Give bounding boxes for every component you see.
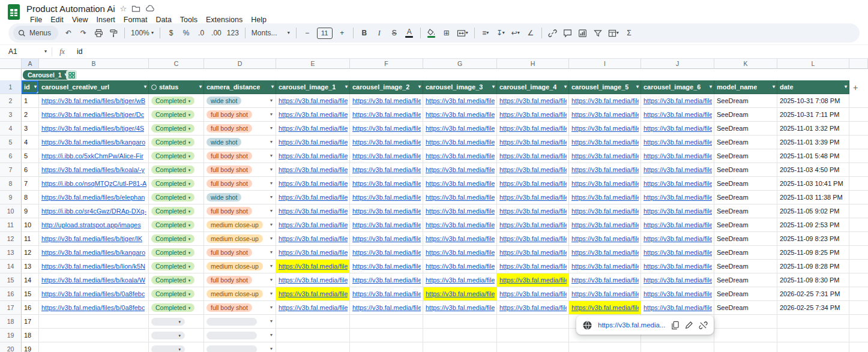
cell-link[interactable]: https://v3b.fal.media/file [499,152,567,160]
copy-icon[interactable] [671,321,680,330]
row-header-14[interactable]: 14 [0,260,22,273]
cell-status[interactable]: Completed▾ [149,149,204,163]
cell-carousel-image-1[interactable]: https://v3b.fal.media/file [276,260,350,273]
functions-button[interactable]: Σ [622,26,636,40]
cell-carousel-image-2[interactable]: https://v3b.fal.media/file [350,191,423,204]
camera-distance-chip[interactable]: wide shot [206,193,241,202]
row-header-19[interactable]: 19 [0,329,22,342]
camera-distance-chip[interactable]: full body shot [206,166,252,175]
menu-format[interactable]: Format [120,15,151,25]
remove-link-icon[interactable] [699,321,708,330]
cell-link[interactable]: https://v3b.fal.media/file [426,235,495,242]
cell-model-name[interactable]: SeeDream [714,108,777,122]
cell-link[interactable]: https://v3b.fal.media/file [499,97,567,104]
cell-id[interactable]: 2 [22,108,39,122]
font-size-increase-button[interactable]: + [335,26,349,40]
cell-date[interactable]: 2025-11-03 10:41 PM [777,177,849,191]
cell-link[interactable]: https://v3b.fal.media/file [643,166,712,173]
cell-link[interactable]: https://v3b.fal.media/file [279,166,348,173]
cell-status[interactable]: Completed▾ [149,246,204,260]
italic-button[interactable]: I [372,26,387,40]
cell-carousel-image-4[interactable] [497,342,569,352]
cell-link[interactable]: https://v3b.fal.media/file [499,221,567,228]
cell-id[interactable]: 16 [22,301,39,315]
print-button[interactable] [91,26,106,40]
cell-carousel-image-6[interactable]: https://v3b.fal.media/file [641,301,714,315]
row-header-1[interactable]: 1 [0,80,22,94]
cell-status[interactable]: Completed▾ [149,108,204,122]
row-header-9[interactable]: 9 [0,191,22,204]
cell-link[interactable]: https://v3b.fal.media/file [352,97,421,104]
cell-date[interactable]: 2025-11-05 9:02 PM [777,204,849,218]
cell-id[interactable]: 19 [22,342,39,352]
cell-camera-distance[interactable]: wide shot▾ [204,94,276,108]
cell-link[interactable]: https://v3b.fal.media/file [352,263,421,270]
font-size-input[interactable]: 11 [317,28,333,39]
cell-camera-distance[interactable]: medium close-up▾ [204,218,276,232]
cell-link[interactable]: https://v3b.fal.media/file [499,263,567,270]
sheets-logo-icon[interactable] [6,2,22,22]
cell-model-name[interactable]: SeeDream [714,287,777,301]
status-chip[interactable]: Completed▾ [151,152,194,161]
row-header-13[interactable]: 13 [0,246,22,260]
cell-status[interactable]: Completed▾ [149,204,204,218]
cell-carousel-image-1[interactable]: https://v3b.fal.media/file [276,177,350,191]
cell-camera-distance[interactable]: full body shot▾ [204,163,276,177]
row-header-6[interactable]: 6 [0,149,22,163]
zoom-select[interactable]: 100% ▾ [128,26,156,40]
cell-carousel-image-2[interactable]: https://v3b.fal.media/file [350,94,423,108]
cell-carousel-image-4[interactable] [497,315,569,329]
camera-distance-chip-empty[interactable] [206,332,257,339]
cell-carousel-image-2[interactable]: https://v3b.fal.media/file [350,122,423,136]
add-column-button[interactable]: + [849,80,868,94]
cell-link[interactable]: https://v3b.fal.media/file [499,249,567,256]
cell-id[interactable]: 12 [22,246,39,260]
menu-tools[interactable]: Tools [176,15,201,25]
cell-camera-distance[interactable]: medium close-up▾ [204,260,276,273]
cell-link[interactable]: https://v3b.fal.media/file [571,125,639,132]
status-chip-empty[interactable]: ▾ [151,318,185,326]
cell-link[interactable]: https://v3b.fal.media/file [426,207,495,215]
cell-status[interactable]: Completed▾ [149,218,204,232]
cell-carousel-image-5[interactable]: https://v3b.fal.media/file [569,149,641,163]
cell-link[interactable]: https://v3b.fal.media/file [499,304,567,311]
cell-carousel-image-6[interactable]: https://v3b.fal.media/file [641,246,714,260]
table-grid-button[interactable] [66,70,77,80]
cell-carousel-image-1[interactable] [276,329,350,342]
cell-link[interactable]: https://v3b.fal.media/file [279,180,348,187]
cell-carousel-image-2[interactable]: https://v3b.fal.media/file [350,287,423,301]
cell-carousel-image-6[interactable]: https://v3b.fal.media/file [641,122,714,136]
cell-model-name[interactable]: SeeDream [714,246,777,260]
cell-carousel-image-2[interactable]: https://v3b.fal.media/file [350,301,423,315]
cell-link[interactable]: https://v3b.fal.media/file [279,97,348,104]
cell-date[interactable]: 2025-11-03 4:50 PM [777,163,849,177]
cell-date[interactable]: 2025-11-09 8:28 PM [777,260,849,273]
cell-carousel-creative-url[interactable] [39,342,149,352]
cell-link[interactable]: https://v3b.fal.media/file [352,180,421,187]
cell-carousel-image-6[interactable]: https://v3b.fal.media/file [641,260,714,273]
cell-id[interactable]: 14 [22,273,39,287]
cell-carousel-image-1[interactable]: https://v3b.fal.media/file [276,191,350,204]
cell-camera-distance[interactable]: ▾ [204,315,276,329]
cell-link[interactable]: https://v3b.fal.media/file [279,276,348,284]
format-percent-button[interactable]: % [179,26,193,40]
cell-link[interactable]: https://v3b.fal.media/file [426,139,495,146]
cell-link[interactable]: https://v3b.fal.media/file [426,276,495,284]
cell-model-name[interactable]: SeeDream [714,149,777,163]
cell-carousel-image-6[interactable]: https://v3b.fal.media/file [641,191,714,204]
camera-distance-chip[interactable]: full body shot [206,276,252,285]
cell-camera-distance[interactable]: full body shot▾ [204,122,276,136]
cell-link[interactable]: https://v3b.fal.media/file [499,290,567,297]
cell-carousel-image-3[interactable]: https://v3b.fal.media/file [423,218,497,232]
cell-link[interactable]: https://v3b.fal.media/files/b/kangaro [41,139,145,146]
cell-link[interactable]: https://v3b.fal.media/file [279,249,348,256]
cell-carousel-image-3[interactable]: https://v3b.fal.media/file [423,136,497,149]
cell-link[interactable]: https://v3b.fal.media/file [426,263,495,270]
menu-view[interactable]: View [68,15,92,25]
cell-carousel-image-5[interactable]: https://v3b.fal.media/file [569,260,641,273]
cell-link[interactable]: https://v3b.fal.media/file [571,97,639,104]
cell-link[interactable]: https://v3b.fal.media/file [279,235,348,242]
merge-cells-button[interactable]: ▾ [454,26,471,40]
cell-carousel-image-1[interactable]: https://v3b.fal.media/file [276,246,350,260]
row-header-12[interactable]: 12 [0,232,22,246]
